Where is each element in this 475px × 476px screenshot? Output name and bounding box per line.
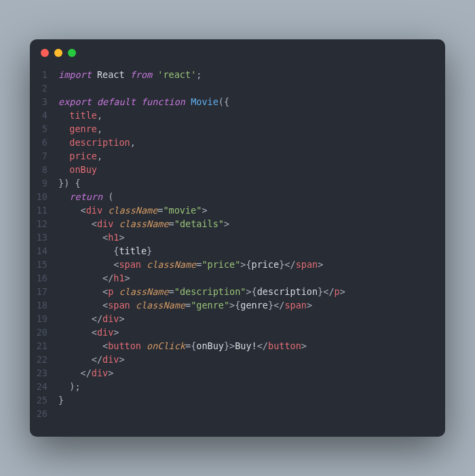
code-line: 14 {title} <box>30 244 445 258</box>
code-editor[interactable]: 1import React from 'react'; 2 3export de… <box>30 61 445 437</box>
line-number: 20 <box>30 325 58 339</box>
code-line: 1import React from 'react'; <box>30 68 445 81</box>
line-number: 6 <box>30 136 58 149</box>
code-line: 16 </h1> <box>30 271 445 285</box>
code-line: 7 price, <box>30 149 445 163</box>
code-line: 22 </div> <box>30 353 445 366</box>
line-number: 23 <box>30 366 58 380</box>
code-line: 26 <box>30 407 445 420</box>
minimize-icon[interactable] <box>54 49 62 57</box>
code-line: 20 <div> <box>30 325 445 339</box>
code-line: 23 </div> <box>30 366 445 380</box>
editor-window: 1import React from 'react'; 2 3export de… <box>30 39 445 437</box>
code-line: 6 description, <box>30 136 445 149</box>
code-line: 4 title, <box>30 108 445 122</box>
line-number: 2 <box>30 81 58 95</box>
line-number: 22 <box>30 353 58 366</box>
line-number: 11 <box>30 203 58 217</box>
code-line: 2 <box>30 81 445 95</box>
code-line: 13 <h1> <box>30 231 445 244</box>
code-line: 9}) { <box>30 176 445 190</box>
code-line: 21 <button onClick={onBuy}>Buy!</button> <box>30 339 445 353</box>
code-line: 11 <div className="movie"> <box>30 203 445 217</box>
line-number: 16 <box>30 271 58 285</box>
line-number: 17 <box>30 285 58 298</box>
line-number: 9 <box>30 176 58 190</box>
line-number: 25 <box>30 393 58 407</box>
line-number: 3 <box>30 95 58 108</box>
line-number: 19 <box>30 312 58 325</box>
code-line: 12 <div className="details"> <box>30 217 445 231</box>
code-line: 5 genre, <box>30 122 445 136</box>
line-number: 21 <box>30 339 58 353</box>
titlebar <box>30 39 445 61</box>
code-line: 18 <span className="genre">{genre}</span… <box>30 298 445 312</box>
code-line: 17 <p className="description">{descripti… <box>30 285 445 298</box>
code-line: 15 <span className="price">{price}</span… <box>30 258 445 271</box>
line-number: 10 <box>30 190 58 203</box>
line-number: 8 <box>30 163 58 176</box>
line-number: 5 <box>30 122 58 136</box>
line-number: 13 <box>30 231 58 244</box>
code-line: 8 onBuy <box>30 163 445 176</box>
line-number: 26 <box>30 407 58 420</box>
code-line: 25} <box>30 393 445 407</box>
line-number: 12 <box>30 217 58 231</box>
line-number: 18 <box>30 298 58 312</box>
line-number: 24 <box>30 380 58 393</box>
line-number: 14 <box>30 244 58 258</box>
code-line: 10 return ( <box>30 190 445 203</box>
maximize-icon[interactable] <box>68 49 76 57</box>
code-line: 24 ); <box>30 380 445 393</box>
close-icon[interactable] <box>41 49 49 57</box>
line-number: 1 <box>30 68 58 81</box>
line-number: 7 <box>30 149 58 163</box>
line-number: 15 <box>30 258 58 271</box>
code-line: 19 </div> <box>30 312 445 325</box>
code-line: 3export default function Movie({ <box>30 95 445 108</box>
line-number: 4 <box>30 108 58 122</box>
